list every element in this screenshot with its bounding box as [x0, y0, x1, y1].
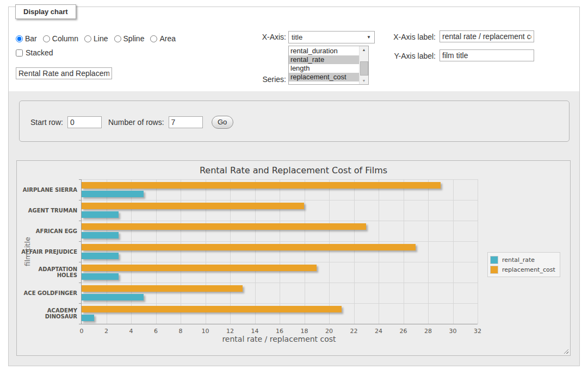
- stacked-checkbox[interactable]: [16, 49, 23, 57]
- category-row: ADAPTATION HOLES: [82, 262, 478, 283]
- stacked-checkbox-row[interactable]: Stacked: [16, 48, 53, 57]
- legend-item: rental_rate: [490, 255, 555, 265]
- bar-replacement_cost: [82, 182, 441, 189]
- chart-type-option-column[interactable]: Column: [43, 34, 78, 43]
- bar-rental_rate: [82, 273, 119, 280]
- x-tick-label: 18: [301, 328, 308, 335]
- series-option-replacement_cost[interactable]: replacement_cost: [289, 73, 360, 81]
- bar-replacement_cost: [82, 244, 416, 250]
- bar-replacement_cost: [82, 306, 342, 312]
- x-tick-label: 26: [400, 328, 407, 335]
- x-axis-label-field-label: X-Axis label:: [368, 33, 436, 41]
- x-tick-label: 10: [202, 328, 209, 335]
- x-tick-label: 32: [474, 328, 481, 335]
- x-tick-label: 24: [375, 328, 382, 335]
- series-option-rental_rate[interactable]: rental_rate: [289, 55, 360, 64]
- category-row: AFFAIR PREJUDICE: [82, 241, 478, 262]
- bar-replacement_cost: [82, 223, 366, 230]
- legend-swatch: [490, 256, 498, 264]
- chart-type-radio-group: BarColumnLineSplineArea: [16, 34, 176, 43]
- x-tick-label: 12: [226, 328, 234, 335]
- x-axis-select[interactable]: title ▼: [288, 31, 375, 43]
- bar-rental_rate: [82, 191, 144, 197]
- bar-rental_rate: [82, 253, 119, 259]
- radio-area[interactable]: [150, 35, 157, 42]
- x-tick-label: 16: [276, 328, 283, 335]
- bar-replacement_cost: [82, 285, 243, 292]
- category-row: AIRPLANE SIERRA: [82, 179, 478, 200]
- radio-label: Area: [159, 34, 176, 43]
- plot-area: 02468101214161820222426283032AIRPLANE SI…: [81, 179, 478, 324]
- resize-handle-icon[interactable]: [562, 348, 568, 354]
- fieldset-legend: Display chart: [15, 4, 76, 19]
- category-label: AFRICAN EGG: [18, 221, 77, 241]
- radio-label: Column: [52, 34, 78, 43]
- radio-line[interactable]: [84, 35, 91, 42]
- category-label: ADAPTATION HOLES: [18, 262, 77, 283]
- radio-label: Spline: [123, 34, 145, 43]
- x-tick-label: 8: [179, 328, 183, 335]
- bar-replacement_cost: [82, 203, 304, 209]
- start-row-input[interactable]: [67, 116, 102, 128]
- chart-type-option-bar[interactable]: Bar: [16, 34, 37, 43]
- x-tick-label: 14: [251, 328, 259, 335]
- radio-bar[interactable]: [16, 35, 23, 42]
- bar-replacement_cost: [82, 265, 317, 271]
- radio-label: Bar: [25, 34, 37, 43]
- start-row-label: Start row:: [30, 118, 63, 127]
- bar-rental_rate: [82, 294, 144, 300]
- scroll-down-icon[interactable]: ▼: [360, 77, 368, 84]
- x-tick-label: 6: [154, 328, 158, 335]
- series-option-length[interactable]: length: [289, 64, 360, 73]
- scrollbar-thumb[interactable]: [360, 61, 368, 76]
- x-tick-label: 20: [325, 328, 333, 335]
- series-scrollbar[interactable]: ▲ ▼: [359, 46, 368, 84]
- legend-label: replacement_cost: [502, 266, 555, 273]
- number-of-rows-label: Number of rows:: [108, 118, 164, 127]
- chart-title: Rental Rate and Replacement Cost of Film…: [17, 165, 570, 175]
- category-label: AFFAIR PREJUDICE: [18, 241, 77, 262]
- chart-type-option-area[interactable]: Area: [150, 34, 176, 43]
- category-label: AGENT TRUMAN: [18, 200, 77, 221]
- y-axis-tick: [79, 324, 82, 324]
- category-row: AFRICAN EGG: [82, 221, 478, 241]
- row-range-panel: Start row: Number of rows: Go: [19, 101, 570, 142]
- radio-spline[interactable]: [114, 35, 121, 42]
- category-row: ACADEMY DINOSAUR: [82, 303, 478, 324]
- x-tick-label: 2: [104, 328, 108, 335]
- bar-rental_rate: [82, 211, 119, 218]
- x-axis-label-input[interactable]: [440, 30, 534, 42]
- scroll-up-icon[interactable]: ▲: [360, 46, 368, 53]
- category-label: AIRPLANE SIERRA: [18, 179, 77, 200]
- chart-type-option-line[interactable]: Line: [84, 34, 108, 43]
- radio-column[interactable]: [43, 35, 50, 42]
- legend-label: rental_rate: [502, 256, 535, 264]
- series-select-label: Series:: [237, 75, 286, 84]
- series-multiselect[interactable]: rental_durationrental_ratelengthreplacem…: [288, 46, 369, 85]
- category-label: ACADEMY DINOSAUR: [18, 303, 77, 324]
- legend-item: replacement_cost: [490, 265, 555, 274]
- gridline-vertical: [478, 179, 478, 324]
- x-axis-select-label: X-Axis:: [237, 33, 286, 41]
- x-tick-label: 28: [424, 328, 432, 335]
- radio-label: Line: [94, 34, 108, 43]
- y-axis-label-input[interactable]: [440, 49, 534, 61]
- chart-container: Rental Rate and Replacement Cost of Film…: [16, 160, 571, 356]
- x-tick-label: 30: [449, 328, 457, 335]
- category-row: ACE GOLDFINGER: [82, 283, 478, 303]
- chart-legend: rental_ratereplacement_cost: [487, 252, 560, 277]
- x-axis-selected-value: title: [292, 33, 302, 41]
- series-option-rental_duration[interactable]: rental_duration: [289, 47, 360, 55]
- x-axis-title: rental rate / replacement cost: [81, 335, 477, 343]
- chart-type-option-spline[interactable]: Spline: [114, 34, 145, 43]
- go-button[interactable]: Go: [212, 116, 233, 129]
- chart-title-input[interactable]: [16, 67, 112, 79]
- y-axis-label-field-label: Y-Axis label:: [368, 52, 436, 60]
- x-tick-label: 22: [350, 328, 358, 335]
- number-of-rows-input[interactable]: [169, 116, 203, 128]
- category-row: AGENT TRUMAN: [82, 200, 478, 221]
- stacked-label: Stacked: [26, 48, 53, 57]
- legend-swatch: [490, 266, 498, 274]
- x-tick-label: 0: [80, 328, 84, 335]
- bar-rental_rate: [82, 232, 119, 239]
